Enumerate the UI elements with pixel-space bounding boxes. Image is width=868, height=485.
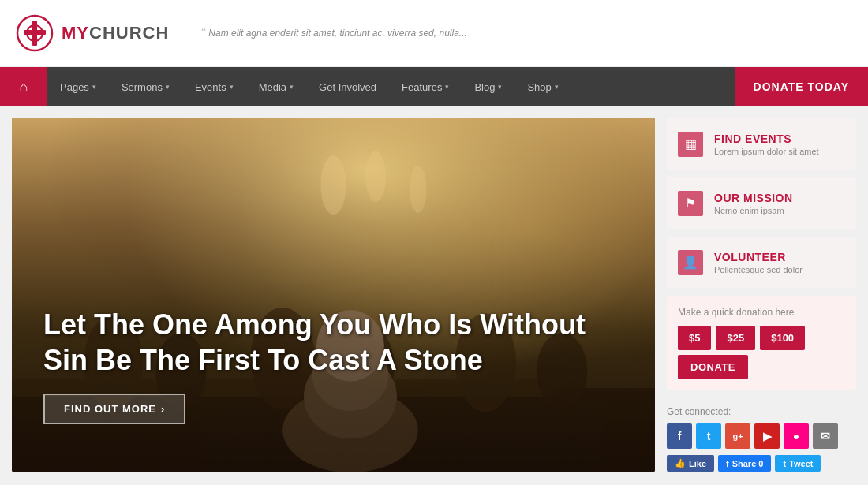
- twitter-bird-icon: t: [783, 459, 786, 468]
- find-events-desc: Lorem ipsum dolor sit amet: [714, 147, 845, 156]
- find-events-title: FIND EVENTS: [714, 132, 845, 145]
- share-icon: f: [726, 459, 729, 468]
- volunteer-card[interactable]: 👤 VOLUNTEER Pellentesque sed dolor: [667, 237, 856, 288]
- nav-item-get-involved[interactable]: Get Involved: [306, 67, 389, 106]
- logo-icon: [16, 14, 54, 52]
- google-plus-icon[interactable]: g+: [725, 423, 750, 449]
- sermons-arrow-icon: ▾: [166, 83, 170, 91]
- find-events-icon: ▦: [678, 132, 703, 157]
- volunteer-icon: 👤: [678, 250, 703, 275]
- flickr-icon[interactable]: ●: [784, 423, 809, 449]
- donation-25-button[interactable]: $25: [716, 326, 755, 350]
- navbar: ⌂ Pages ▾ Sermons ▾ Events ▾ Media ▾ Get…: [0, 67, 868, 106]
- donation-donate-button[interactable]: DONATE: [678, 355, 748, 379]
- svg-point-20: [365, 151, 386, 202]
- facebook-icon[interactable]: f: [667, 423, 692, 449]
- our-mission-desc: Nemo enim ipsam: [714, 206, 845, 215]
- logo-text: MYCHURCH: [62, 23, 169, 43]
- our-mission-icon: ⚑: [678, 191, 703, 216]
- email-icon[interactable]: ✉: [813, 423, 838, 449]
- youtube-icon[interactable]: ▶: [754, 423, 780, 449]
- nav-item-pages[interactable]: Pages ▾: [47, 67, 109, 106]
- donation-amounts: $5 $25 $100 DONATE: [678, 326, 845, 379]
- donation-label: Make a quick donation here: [678, 307, 845, 318]
- social-label: Get connected:: [667, 406, 856, 417]
- social-actions: 👍 Like f Share 0 t Tweet: [667, 455, 856, 472]
- social-icons: f t g+ ▶ ● ✉: [667, 423, 856, 449]
- logo[interactable]: MYCHURCH: [16, 14, 169, 52]
- nav-home-button[interactable]: ⌂: [0, 67, 47, 106]
- main-content: Let The One Among You Who Is Without Sin…: [0, 106, 868, 483]
- svg-point-19: [320, 155, 346, 215]
- nav-item-sermons[interactable]: Sermons ▾: [109, 67, 182, 106]
- volunteer-title: VOLUNTEER: [714, 251, 845, 263]
- find-events-card[interactable]: ▦ FIND EVENTS Lorem ipsum dolor sit amet: [667, 118, 856, 170]
- nav-item-events[interactable]: Events ▾: [182, 67, 246, 106]
- find-out-more-button[interactable]: FIND OUT MORE ›: [43, 394, 185, 424]
- features-arrow-icon: ▾: [445, 83, 449, 91]
- sidebar: ▦ FIND EVENTS Lorem ipsum dolor sit amet…: [667, 118, 856, 472]
- blog-arrow-icon: ▾: [498, 83, 502, 91]
- our-mission-title: OUR MISSION: [714, 192, 845, 204]
- volunteer-desc: Pellentesque sed dolor: [714, 265, 845, 274]
- our-mission-card[interactable]: ⚑ OUR MISSION Nemo enim ipsam: [667, 177, 856, 229]
- hero-title: Let The One Among You Who Is Without Sin…: [43, 307, 623, 378]
- thumbs-up-icon: 👍: [675, 458, 686, 468]
- pages-arrow-icon: ▾: [92, 83, 96, 91]
- donate-today-button[interactable]: DONATE TODAY: [735, 67, 868, 106]
- events-arrow-icon: ▾: [230, 83, 234, 91]
- svg-point-21: [410, 166, 426, 213]
- logo-my: MY: [62, 23, 89, 43]
- facebook-share-button[interactable]: f Share 0: [718, 455, 771, 472]
- hero-content: Let The One Among You Who Is Without Sin…: [43, 307, 623, 424]
- nav-item-media[interactable]: Media ▾: [246, 67, 306, 106]
- shop-arrow-icon: ▾: [555, 83, 559, 91]
- social-section: Get connected: f t g+ ▶ ● ✉ 👍 Like f Sha…: [667, 398, 856, 472]
- like-button[interactable]: 👍 Like: [667, 455, 714, 472]
- donation-100-button[interactable]: $100: [760, 326, 805, 350]
- logo-church: CHURCH: [89, 23, 169, 43]
- nav-item-blog[interactable]: Blog ▾: [462, 67, 514, 106]
- media-arrow-icon: ▾: [290, 83, 294, 91]
- hero-section: Let The One Among You Who Is Without Sin…: [12, 118, 655, 472]
- donation-5-button[interactable]: $5: [678, 326, 711, 350]
- header-quote: Nam elit agna,enderit sit amet, tinciunt…: [200, 22, 467, 45]
- twitter-icon[interactable]: t: [696, 423, 721, 449]
- nav-item-features[interactable]: Features ▾: [389, 67, 462, 106]
- header: MYCHURCH Nam elit agna,enderit sit amet,…: [0, 0, 868, 67]
- nav-item-shop[interactable]: Shop ▾: [514, 67, 571, 106]
- tweet-button[interactable]: t Tweet: [775, 455, 821, 472]
- donation-widget: Make a quick donation here $5 $25 $100 D…: [667, 296, 856, 390]
